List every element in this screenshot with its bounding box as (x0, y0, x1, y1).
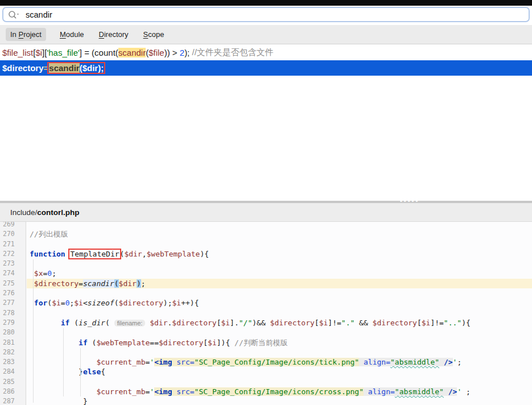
code-line-271[interactable] (27, 239, 532, 249)
code-token: for (34, 299, 47, 307)
indent-guide (33, 259, 34, 403)
code-token: )) > (164, 48, 180, 57)
code-line-282[interactable] (27, 348, 532, 357)
code-token: "SC_Page_Config/Image/icons/tick.png" (195, 358, 360, 366)
line-number-270[interactable]: 270 (0, 229, 26, 239)
results-empty-area[interactable] (0, 76, 532, 201)
line-number-283[interactable]: 283 (0, 357, 26, 367)
code-preview-editor[interactable]: 2692702712722732742752762772782792802812… (0, 222, 532, 405)
code-token: != (435, 319, 444, 327)
line-number-274[interactable]: 274 (0, 268, 26, 278)
code-line-280[interactable] (27, 328, 532, 337)
code-line-276[interactable] (27, 288, 532, 298)
code-token: $x (34, 269, 43, 278)
code-line-278[interactable] (27, 308, 532, 318)
search-icon[interactable] (8, 10, 20, 19)
scope-tab-directory[interactable]: Directory (98, 28, 130, 41)
code-token: $i (35, 48, 42, 57)
code-token: align= (364, 358, 390, 366)
code-token: $dir (124, 250, 142, 258)
code-line-281[interactable]: if ($webTemplate==$directory[$i]){ //判断当… (27, 338, 532, 348)
result-row-1[interactable]: $file_list[$i]['has_file'] = (count(scan… (0, 44, 532, 60)
code-token: $directory (34, 279, 79, 288)
line-number-287[interactable]: 287 (0, 396, 26, 405)
code-token (30, 338, 79, 347)
code-token: ] (230, 319, 234, 327)
code-line-283[interactable]: $current_mb='<img src="SC_Page_Config/Im… (27, 357, 532, 367)
line-number-282[interactable]: 282 (0, 348, 26, 357)
code-token: $i (221, 319, 230, 327)
search-results-list: $file_list[$i]['has_file'] = (count(scan… (0, 44, 532, 76)
code-token: $directory (159, 338, 203, 347)
code-token: ) (137, 279, 141, 288)
line-number-281[interactable]: 281 (0, 338, 26, 348)
code-token: ++){ (181, 299, 199, 307)
code-token: )&& (252, 319, 270, 327)
code-token: $dir (150, 319, 167, 327)
code-token (30, 367, 79, 376)
line-number-284[interactable]: 284 (0, 367, 26, 377)
line-number-271[interactable]: 271 (0, 239, 26, 249)
line-number-269[interactable]: 269 (0, 222, 26, 229)
code-token: != (332, 319, 341, 327)
result-row-2[interactable]: $directory=scandir($dir); (0, 60, 532, 76)
search-field[interactable] (2, 7, 530, 22)
code-token: "." (341, 319, 354, 327)
code-token (364, 387, 368, 396)
code-token: filename: (114, 320, 146, 327)
code-line-272[interactable]: function TemplateDir($dir,$webTemplate){ (27, 249, 532, 259)
code-token: "absmiddle" (395, 387, 444, 396)
code-token: ]){ (217, 338, 234, 347)
code-token: [ (315, 319, 319, 327)
match-red-box: TemplateDir (69, 250, 119, 258)
line-number-277[interactable]: 277 (0, 298, 26, 308)
code-token: $i (208, 338, 217, 347)
code-line-275[interactable]: $directory=scandir($dir); (27, 279, 532, 288)
code-token: ; (52, 269, 56, 278)
line-number-285[interactable]: 285 (0, 377, 26, 387)
code-line-269[interactable] (27, 222, 532, 229)
line-number-278[interactable]: 278 (0, 308, 26, 318)
code-line-277[interactable]: for($i=0;$i<sizeof($directory);$i++){ (27, 298, 532, 308)
code-line-279[interactable]: if (is_dir( filename: $dir.$directory[$i… (27, 318, 532, 328)
code-token: , (142, 250, 147, 258)
code-line-274[interactable]: $x=0; (27, 268, 532, 278)
code-token: $file (149, 48, 164, 57)
code-token: $i (74, 299, 83, 307)
editor-code-area[interactable]: //列出模版function TemplateDir($dir,$webTemp… (27, 222, 532, 405)
code-line-287[interactable]: } (27, 396, 532, 405)
scope-tab-module[interactable]: Module (59, 28, 85, 41)
code-line-285[interactable] (27, 377, 532, 387)
line-number-280[interactable]: 280 (0, 328, 26, 337)
match-red-box: scandir($dir); (48, 63, 104, 73)
code-token: $current_mb (96, 358, 145, 366)
search-history-chevron-icon (17, 14, 19, 15)
line-number-276[interactable]: 276 (0, 288, 26, 298)
line-number-279[interactable]: 279 (0, 318, 26, 328)
code-line-270[interactable]: //列出模版 (27, 229, 532, 239)
code-token: ( (114, 279, 119, 288)
code-line-284[interactable]: }else{ (27, 367, 532, 377)
code-token: 0 (47, 269, 52, 278)
window-title-strip (0, 0, 532, 6)
line-number-272[interactable]: 272 (0, 249, 26, 259)
line-number-286[interactable]: 286 (0, 387, 26, 396)
code-token: $dir (119, 279, 137, 288)
code-token: <img (154, 387, 172, 396)
indent-guide (80, 348, 81, 396)
code-line-286[interactable]: $current_mb='<img src="SC_Page_Config/Im… (27, 387, 532, 396)
editor-gutter[interactable]: 2692702712722732742752762772782792802812… (0, 222, 26, 405)
code-line-273[interactable] (27, 259, 532, 268)
line-number-273[interactable]: 273 (0, 259, 26, 268)
file-path-directory: Include/ (10, 208, 37, 217)
scope-tab-scope[interactable]: Scope (142, 28, 166, 41)
code-token: $i (52, 299, 61, 307)
code-token: ($dir); (80, 63, 104, 73)
line-number-275[interactable]: 275 (0, 279, 26, 288)
search-input[interactable] (26, 10, 529, 19)
code-token: "/" (239, 319, 252, 327)
code-token: if (79, 338, 88, 347)
code-token: align= (368, 387, 395, 396)
scope-tab-in-project[interactable]: In Project (6, 28, 46, 41)
code-token: /> (444, 358, 453, 366)
